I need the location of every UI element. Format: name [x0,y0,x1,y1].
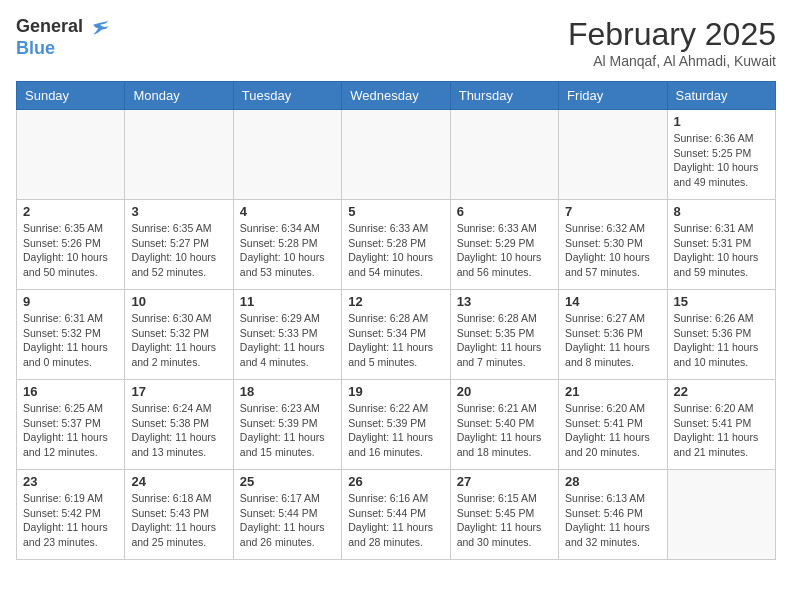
table-row [667,470,775,560]
table-row: 15Sunrise: 6:26 AMSunset: 5:36 PMDayligh… [667,290,775,380]
table-row: 26Sunrise: 6:16 AMSunset: 5:44 PMDayligh… [342,470,450,560]
day-info: Sunrise: 6:29 AMSunset: 5:33 PMDaylight:… [240,311,335,370]
day-number: 21 [565,384,660,399]
day-info: Sunrise: 6:28 AMSunset: 5:34 PMDaylight:… [348,311,443,370]
day-number: 18 [240,384,335,399]
col-saturday: Saturday [667,82,775,110]
day-info: Sunrise: 6:28 AMSunset: 5:35 PMDaylight:… [457,311,552,370]
day-number: 6 [457,204,552,219]
table-row: 3Sunrise: 6:35 AMSunset: 5:27 PMDaylight… [125,200,233,290]
table-row [342,110,450,200]
calendar-table: Sunday Monday Tuesday Wednesday Thursday… [16,81,776,560]
day-info: Sunrise: 6:25 AMSunset: 5:37 PMDaylight:… [23,401,118,460]
day-number: 25 [240,474,335,489]
location-subtitle: Al Manqaf, Al Ahmadi, Kuwait [568,53,776,69]
day-number: 8 [674,204,769,219]
logo-general: General [16,18,110,35]
day-number: 10 [131,294,226,309]
day-info: Sunrise: 6:34 AMSunset: 5:28 PMDaylight:… [240,221,335,280]
calendar-week-row: 16Sunrise: 6:25 AMSunset: 5:37 PMDayligh… [17,380,776,470]
day-info: Sunrise: 6:20 AMSunset: 5:41 PMDaylight:… [674,401,769,460]
col-friday: Friday [559,82,667,110]
day-info: Sunrise: 6:17 AMSunset: 5:44 PMDaylight:… [240,491,335,550]
table-row: 17Sunrise: 6:24 AMSunset: 5:38 PMDayligh… [125,380,233,470]
day-number: 9 [23,294,118,309]
day-number: 16 [23,384,118,399]
day-info: Sunrise: 6:13 AMSunset: 5:46 PMDaylight:… [565,491,660,550]
calendar-week-row: 9Sunrise: 6:31 AMSunset: 5:32 PMDaylight… [17,290,776,380]
day-info: Sunrise: 6:27 AMSunset: 5:36 PMDaylight:… [565,311,660,370]
col-sunday: Sunday [17,82,125,110]
day-info: Sunrise: 6:15 AMSunset: 5:45 PMDaylight:… [457,491,552,550]
day-info: Sunrise: 6:20 AMSunset: 5:41 PMDaylight:… [565,401,660,460]
table-row: 8Sunrise: 6:31 AMSunset: 5:31 PMDaylight… [667,200,775,290]
page-header: General Blue February 2025 Al Manqaf, Al… [16,16,776,69]
table-row: 18Sunrise: 6:23 AMSunset: 5:39 PMDayligh… [233,380,341,470]
day-number: 20 [457,384,552,399]
day-info: Sunrise: 6:31 AMSunset: 5:31 PMDaylight:… [674,221,769,280]
table-row: 19Sunrise: 6:22 AMSunset: 5:39 PMDayligh… [342,380,450,470]
day-number: 24 [131,474,226,489]
table-row: 22Sunrise: 6:20 AMSunset: 5:41 PMDayligh… [667,380,775,470]
day-number: 4 [240,204,335,219]
logo-text: General Blue [16,16,110,59]
day-number: 7 [565,204,660,219]
table-row: 12Sunrise: 6:28 AMSunset: 5:34 PMDayligh… [342,290,450,380]
table-row: 5Sunrise: 6:33 AMSunset: 5:28 PMDaylight… [342,200,450,290]
calendar-header-row: Sunday Monday Tuesday Wednesday Thursday… [17,82,776,110]
calendar-week-row: 23Sunrise: 6:19 AMSunset: 5:42 PMDayligh… [17,470,776,560]
table-row [125,110,233,200]
day-number: 15 [674,294,769,309]
day-info: Sunrise: 6:31 AMSunset: 5:32 PMDaylight:… [23,311,118,370]
col-tuesday: Tuesday [233,82,341,110]
day-number: 23 [23,474,118,489]
calendar-week-row: 2Sunrise: 6:35 AMSunset: 5:26 PMDaylight… [17,200,776,290]
table-row: 24Sunrise: 6:18 AMSunset: 5:43 PMDayligh… [125,470,233,560]
table-row [450,110,558,200]
table-row: 28Sunrise: 6:13 AMSunset: 5:46 PMDayligh… [559,470,667,560]
table-row: 11Sunrise: 6:29 AMSunset: 5:33 PMDayligh… [233,290,341,380]
table-row: 1Sunrise: 6:36 AMSunset: 5:25 PMDaylight… [667,110,775,200]
day-number: 14 [565,294,660,309]
table-row: 4Sunrise: 6:34 AMSunset: 5:28 PMDaylight… [233,200,341,290]
day-info: Sunrise: 6:32 AMSunset: 5:30 PMDaylight:… [565,221,660,280]
day-info: Sunrise: 6:33 AMSunset: 5:28 PMDaylight:… [348,221,443,280]
table-row: 20Sunrise: 6:21 AMSunset: 5:40 PMDayligh… [450,380,558,470]
day-info: Sunrise: 6:36 AMSunset: 5:25 PMDaylight:… [674,131,769,190]
logo-blue: Blue [16,38,55,58]
day-number: 27 [457,474,552,489]
day-info: Sunrise: 6:18 AMSunset: 5:43 PMDaylight:… [131,491,226,550]
table-row: 23Sunrise: 6:19 AMSunset: 5:42 PMDayligh… [17,470,125,560]
day-info: Sunrise: 6:16 AMSunset: 5:44 PMDaylight:… [348,491,443,550]
table-row: 16Sunrise: 6:25 AMSunset: 5:37 PMDayligh… [17,380,125,470]
day-info: Sunrise: 6:26 AMSunset: 5:36 PMDaylight:… [674,311,769,370]
logo-bird-icon [90,18,110,38]
day-number: 22 [674,384,769,399]
day-number: 26 [348,474,443,489]
day-info: Sunrise: 6:35 AMSunset: 5:27 PMDaylight:… [131,221,226,280]
calendar-week-row: 1Sunrise: 6:36 AMSunset: 5:25 PMDaylight… [17,110,776,200]
title-section: February 2025 Al Manqaf, Al Ahmadi, Kuwa… [568,16,776,69]
table-row: 27Sunrise: 6:15 AMSunset: 5:45 PMDayligh… [450,470,558,560]
logo: General Blue [16,16,110,59]
col-monday: Monday [125,82,233,110]
day-info: Sunrise: 6:23 AMSunset: 5:39 PMDaylight:… [240,401,335,460]
day-info: Sunrise: 6:22 AMSunset: 5:39 PMDaylight:… [348,401,443,460]
table-row [559,110,667,200]
day-number: 19 [348,384,443,399]
day-number: 13 [457,294,552,309]
table-row: 10Sunrise: 6:30 AMSunset: 5:32 PMDayligh… [125,290,233,380]
table-row: 6Sunrise: 6:33 AMSunset: 5:29 PMDaylight… [450,200,558,290]
table-row: 25Sunrise: 6:17 AMSunset: 5:44 PMDayligh… [233,470,341,560]
month-year-title: February 2025 [568,16,776,53]
table-row: 14Sunrise: 6:27 AMSunset: 5:36 PMDayligh… [559,290,667,380]
table-row: 7Sunrise: 6:32 AMSunset: 5:30 PMDaylight… [559,200,667,290]
table-row: 9Sunrise: 6:31 AMSunset: 5:32 PMDaylight… [17,290,125,380]
table-row [17,110,125,200]
day-info: Sunrise: 6:30 AMSunset: 5:32 PMDaylight:… [131,311,226,370]
day-info: Sunrise: 6:21 AMSunset: 5:40 PMDaylight:… [457,401,552,460]
day-number: 12 [348,294,443,309]
day-number: 11 [240,294,335,309]
day-number: 17 [131,384,226,399]
table-row: 13Sunrise: 6:28 AMSunset: 5:35 PMDayligh… [450,290,558,380]
